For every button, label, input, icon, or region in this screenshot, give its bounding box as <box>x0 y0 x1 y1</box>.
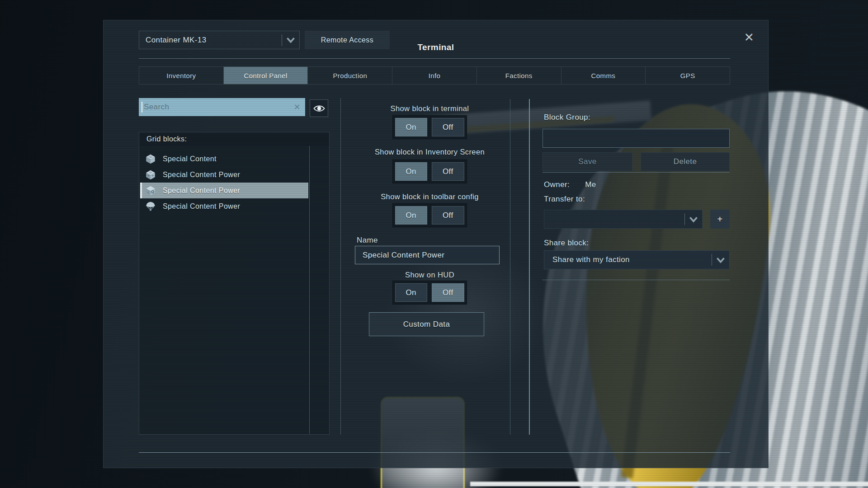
section-divider <box>542 280 730 280</box>
off-button[interactable]: Off <box>432 118 464 136</box>
tab-bar: Inventory Control Panel Production Info … <box>139 66 730 84</box>
search-placeholder: Search <box>144 103 294 112</box>
list-item-label: Special Content Power <box>163 202 240 211</box>
delete-button[interactable]: Delete <box>641 152 730 171</box>
tab-label: GPS <box>680 72 695 80</box>
chevron-down-icon <box>712 257 729 263</box>
eye-icon <box>313 104 325 113</box>
toggle-show-on-hud: On Off <box>392 281 467 305</box>
tab-label: Inventory <box>166 72 196 80</box>
toggle-label-terminal: Show block in terminal <box>345 104 514 113</box>
block-group-input[interactable] <box>542 129 730 148</box>
footer-divider <box>139 452 730 453</box>
plus-icon: + <box>717 214 722 225</box>
name-label: Name <box>357 236 378 245</box>
tab-label: Comms <box>591 72 616 80</box>
text-caret <box>142 102 142 113</box>
delete-label: Delete <box>674 157 697 166</box>
tab[interactable]: Production <box>308 67 392 84</box>
tab-label: Control Panel <box>244 72 288 80</box>
list-item-label: Special Content <box>163 155 217 163</box>
tab[interactable]: Factions <box>477 67 561 84</box>
tab[interactable]: GPS <box>646 67 730 84</box>
off-button[interactable]: Off <box>432 283 464 302</box>
block-name-input[interactable]: Special Content Power <box>355 246 500 264</box>
transfer-to-dropdown[interactable] <box>544 210 703 229</box>
add-player-button[interactable]: + <box>710 210 730 229</box>
owner-label: Owner: <box>544 180 570 189</box>
toggle-label-hud: Show on HUD <box>345 271 514 279</box>
share-block-dropdown[interactable]: Share with my faction <box>544 250 730 269</box>
list-item[interactable]: Special Content Power <box>140 198 308 214</box>
tab-label: Info <box>429 72 441 80</box>
grid-blocks-panel: Grid blocks: Special Content Special Con… <box>139 132 330 435</box>
tab-label: Production <box>333 72 367 80</box>
save-label: Save <box>578 157 596 166</box>
toggle-show-in-terminal: On Off <box>392 115 467 139</box>
tab[interactable]: Control Panel <box>224 67 308 84</box>
header-divider <box>139 58 730 59</box>
search-input[interactable]: Search ✕ <box>139 98 305 116</box>
tab[interactable]: Inventory <box>139 67 224 84</box>
block-group-label: Block Group: <box>544 113 590 122</box>
transfer-label: Transfer to: <box>544 195 585 204</box>
list-item-label: Special Content Power <box>163 187 240 195</box>
share-block-value: Share with my faction <box>544 255 712 264</box>
toggle-show-in-inventory: On Off <box>392 160 467 183</box>
tab[interactable]: Info <box>392 67 477 84</box>
page-title: Terminal <box>104 42 768 52</box>
toggle-label-inventory: Show block in Inventory Screen <box>345 148 514 156</box>
block-icon <box>145 169 156 181</box>
column-divider-right <box>529 99 530 435</box>
tab[interactable]: Comms <box>561 67 646 84</box>
block-name-value: Special Content Power <box>363 251 444 260</box>
planet-horizon <box>470 482 868 486</box>
off-button[interactable]: Off <box>432 206 464 225</box>
list-item[interactable]: Special Content <box>140 151 308 167</box>
off-button[interactable]: Off <box>432 162 464 181</box>
list-item[interactable]: Special Content Power <box>140 183 308 198</box>
custom-data-label: Custom Data <box>403 320 450 329</box>
save-button[interactable]: Save <box>542 152 632 171</box>
block-icon <box>145 201 156 212</box>
on-button[interactable]: On <box>395 206 428 225</box>
owner-row: Owner: Me <box>544 180 596 189</box>
close-button[interactable]: ✕ <box>740 28 758 47</box>
grid-blocks-header: Grid blocks: <box>139 132 329 146</box>
toggle-label-toolbar: Show block in toolbar config <box>345 192 514 201</box>
section-divider <box>542 172 730 173</box>
block-icon <box>145 153 156 165</box>
block-icon <box>145 185 156 197</box>
list-item-label: Special Content Power <box>163 171 240 179</box>
tab-label: Factions <box>505 72 533 80</box>
share-block-label: Share block: <box>544 239 589 248</box>
on-button[interactable]: On <box>395 283 428 302</box>
toggle-show-in-toolbar: On Off <box>392 203 467 227</box>
owner-value: Me <box>585 180 596 189</box>
custom-data-button[interactable]: Custom Data <box>369 312 484 336</box>
chevron-down-icon <box>685 216 702 223</box>
show-hidden-blocks-button[interactable] <box>310 99 328 117</box>
list-item[interactable]: Special Content Power <box>140 167 308 183</box>
terminal-panel: Container MK-13 Remote Access Terminal ✕… <box>103 20 769 468</box>
on-button[interactable]: On <box>395 162 428 181</box>
grid-blocks-list: Special Content Special Content Power Sp… <box>139 151 329 214</box>
game-screen: Container MK-13 Remote Access Terminal ✕… <box>0 0 868 488</box>
on-button[interactable]: On <box>395 118 428 136</box>
block-settings-column: Show block in terminal On Off Show block… <box>340 99 510 436</box>
close-icon: ✕ <box>744 30 754 45</box>
search-clear-icon[interactable]: ✕ <box>294 102 301 112</box>
